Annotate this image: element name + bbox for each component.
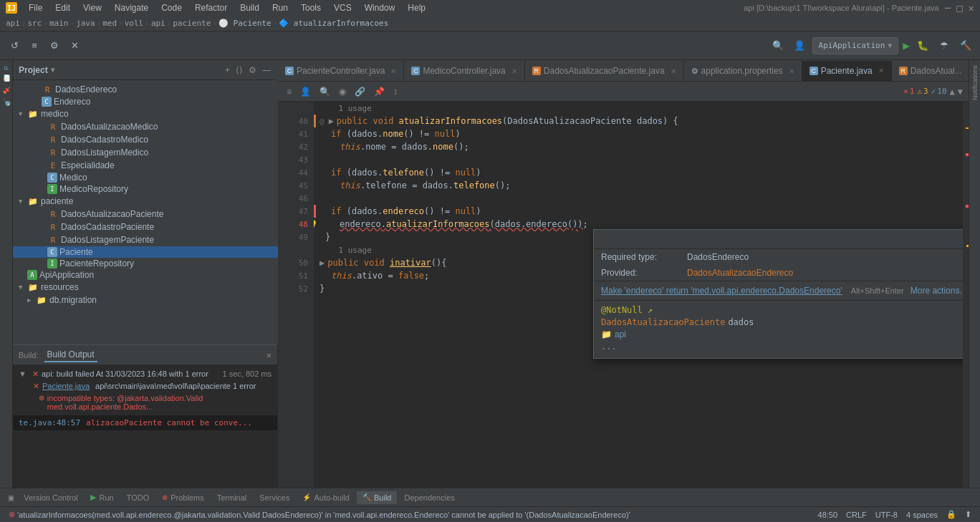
bottom-tab-terminal[interactable]: Terminal [211, 491, 253, 504]
tab-dados-atualizacao[interactable]: R DadosAtualizacaoPaciente.java ✕ [525, 61, 684, 81]
run-configuration[interactable]: ApiApplication ▼ [812, 37, 899, 54]
tree-item-dados-cadastro-medico[interactable]: R DadosCadastroMedico [13, 133, 278, 146]
popup-provided-value[interactable]: DadosAtualizacaoEndereco [687, 268, 793, 278]
structure-btn[interactable]: ≡ [284, 85, 294, 98]
sort-btn[interactable]: ↕ [390, 85, 400, 98]
bottom-tab-todo[interactable]: TODO [121, 491, 155, 504]
settings-panel-btn[interactable]: ⚙ [247, 64, 258, 77]
tree-item-dados-cadastro-paciente[interactable]: R DadosCadastroPaciente [13, 221, 278, 233]
popup-action-link[interactable]: Make 'endereco' return 'med.voll.api.end… [601, 286, 842, 296]
menu-window[interactable]: Window [359, 1, 401, 14]
build-line-failed[interactable]: ▼ ✕ api: build failed At 31/03/2023 16:4… [13, 368, 277, 380]
tree-item-dados-listagem-medico[interactable]: R DadosListagemMedico [13, 146, 278, 159]
highlight-btn[interactable]: ◉ [336, 85, 349, 98]
breadcrumb-main[interactable]: main [49, 19, 69, 28]
error-bulb-icon[interactable]: 💡 [314, 220, 318, 229]
pin-icon[interactable]: 📌 [3, 87, 10, 95]
menu-refactor[interactable]: Refactor [189, 1, 233, 14]
version-control-icon[interactable]: ▣ [6, 491, 16, 504]
build-close-btn[interactable]: ✕ [266, 350, 272, 360]
code-content[interactable]: 1 usage @ ▶ public void atualizarInforma… [314, 102, 963, 488]
tree-item-medico-repository[interactable]: I MedicoRepository [13, 183, 278, 195]
bottom-tab-problems[interactable]: ⊗ Problems [156, 491, 209, 504]
menu-navigate[interactable]: Navigate [109, 1, 154, 14]
menu-build[interactable]: Build [234, 1, 265, 14]
run-button[interactable]: ▶ [903, 39, 910, 52]
menu-view[interactable]: View [77, 1, 107, 14]
tree-item-dados-listagem-paciente[interactable]: R DadosListagemPaciente [13, 233, 278, 246]
popup-more-btn[interactable]: More actions... [911, 286, 963, 296]
status-git-icon[interactable]: ⬆ [962, 510, 974, 519]
status-encoding[interactable]: UTF-8 [873, 510, 900, 519]
breadcrumb-java[interactable]: java [76, 19, 95, 28]
tab-paciente[interactable]: C Paciente.java ✕ [802, 61, 892, 81]
tab-close-btn[interactable]: ✕ [878, 67, 884, 74]
tree-item-dados-atualizacao-paciente[interactable]: R DadosAtualizacaoPaciente [13, 208, 278, 221]
bottom-tab-run[interactable]: ▶ Run [85, 490, 119, 504]
build-line-file[interactable]: ✕ Paciente.java api\src\main\java\med\vo… [13, 380, 277, 392]
close-btn[interactable]: ✕ [969, 2, 974, 14]
tab-close-btn[interactable]: ✕ [789, 67, 794, 75]
tab-app-properties[interactable]: ⚙ application.properties ✕ [684, 61, 802, 81]
menu-tools[interactable]: Tools [295, 1, 327, 14]
tab-close-btn[interactable]: ✕ [511, 67, 517, 75]
tree-item-paciente-repository[interactable]: I PacienteRepository [13, 258, 278, 269]
menu-run[interactable]: Run [266, 1, 294, 14]
breadcrumb-src[interactable]: src [28, 19, 42, 28]
tree-item-api-application[interactable]: A ApiApplication [13, 269, 278, 281]
pin-btn[interactable]: 📌 [371, 85, 388, 98]
status-indent[interactable]: 4 spaces [903, 510, 941, 519]
project-icon[interactable]: P [3, 66, 10, 70]
menu-code[interactable]: Code [155, 1, 188, 14]
build-file-link[interactable]: Paciente.java [42, 382, 90, 390]
members-btn[interactable]: 👤 [297, 85, 314, 98]
menu-file[interactable]: File [23, 1, 48, 14]
search-icon[interactable]: 🔍 [3, 99, 10, 107]
error-location-link[interactable]: te.java:48:57 [19, 418, 80, 427]
tree-item-endereco[interactable]: C Endereco [13, 96, 278, 107]
bookmarks-icon[interactable]: 📑 [3, 74, 10, 82]
tab-paciente-controller[interactable]: C PacienteController.java ✕ [278, 61, 404, 81]
find-usages-btn[interactable]: 🔍 [317, 85, 333, 98]
breadcrumb-api[interactable]: api [6, 19, 20, 28]
tree-item-medico-folder[interactable]: ▼ 📁 medico [13, 107, 278, 120]
build-output-tab[interactable]: Build Output [44, 348, 97, 362]
expand-icon[interactable]: ▼ [19, 369, 27, 378]
maximize-btn[interactable]: □ [956, 2, 962, 14]
expand-btn[interactable]: ▲ [950, 87, 955, 97]
status-linesep[interactable]: CRLF [843, 510, 870, 519]
settings-btn[interactable]: ⚙ [46, 37, 63, 54]
status-error-detail[interactable]: ⊗ 'atualizarInformacoes(med.voll.api.end… [6, 510, 633, 519]
menu-vcs[interactable]: VCS [328, 1, 357, 14]
tree-item-paciente-class[interactable]: C Paciente [13, 246, 278, 258]
hide-panel-btn[interactable]: — [261, 64, 272, 77]
bottom-tab-auto-build[interactable]: ⚡ Auto-build [297, 491, 355, 504]
breadcrumb-paciente[interactable]: paciente [173, 19, 211, 28]
tree-item-resources[interactable]: ▼ 📁 resources [13, 281, 278, 294]
tab-close-btn[interactable]: ✕ [671, 67, 676, 75]
tree-item-dados-endereco[interactable]: R DadosEndereco [13, 83, 278, 96]
tree-item-especialidade[interactable]: E Especialidade [13, 159, 278, 172]
bottom-tab-version-control[interactable]: Version Control [18, 491, 83, 504]
navigate-btn[interactable]: 🔗 [352, 85, 368, 98]
tab-medico-controller[interactable]: C MedicoController.java ✕ [404, 61, 524, 81]
tab-dados-atual[interactable]: R DadosAtual... ✕ [892, 61, 969, 81]
tree-item-dados-atualizacao-medico[interactable]: R DadosAtualizacaoMedico [13, 120, 278, 133]
tree-item-paciente-folder[interactable]: ▼ 📁 paciente [13, 195, 278, 208]
status-lock-icon[interactable]: 🔒 [943, 510, 959, 519]
tab-close-btn[interactable]: ✕ [390, 67, 396, 75]
debug-btn[interactable]: 🐛 [914, 37, 931, 54]
bottom-tab-dependencies[interactable]: Dependencies [398, 491, 460, 504]
build-btn[interactable]: 🔨 [957, 37, 974, 54]
close-panel-btn[interactable]: ✕ [66, 37, 83, 54]
profile-btn[interactable]: 👤 [791, 37, 808, 54]
menu-edit[interactable]: Edit [49, 1, 76, 14]
breadcrumb-method[interactable]: 🔷 atualizarInformacoes [279, 19, 388, 28]
collapse-btn[interactable]: ▼ [958, 87, 963, 97]
status-position[interactable]: 48:50 [815, 510, 841, 519]
structure-btn[interactable]: ≡ [26, 37, 43, 54]
bottom-tab-services[interactable]: Services [254, 491, 295, 504]
notifications-icon[interactable]: Notifications [971, 63, 979, 102]
build-line-detail[interactable]: ⊗ incompatible types: @jakarta.validatio… [13, 392, 277, 412]
search-everywhere-btn[interactable]: 🔍 [769, 37, 787, 54]
